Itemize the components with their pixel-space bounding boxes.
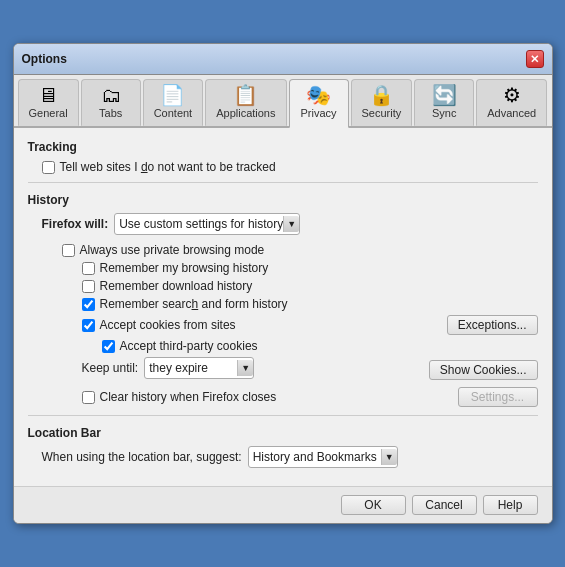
accept-third-party-row: Accept third-party cookies (102, 339, 538, 353)
accept-cookies-row: Accept cookies from sites Exceptions... (82, 315, 538, 335)
clear-history-label: Clear history when Firefox closes (100, 390, 277, 404)
history-dropdown-arrow: ▼ (283, 216, 299, 232)
accept-cookies-checkbox[interactable] (82, 319, 95, 332)
title-bar: Options ✕ (14, 44, 552, 75)
tab-applications-label: Applications (216, 107, 275, 119)
remember-search-checkbox[interactable] (82, 298, 95, 311)
main-content: Tracking Tell web sites I do not want to… (14, 128, 552, 486)
accept-third-party-checkbox[interactable] (102, 340, 115, 353)
tell-sites-row: Tell web sites I do not want to be track… (42, 160, 538, 174)
tab-sync-label: Sync (432, 107, 456, 119)
tab-content[interactable]: 📄 Content (143, 79, 204, 126)
remember-download-row: Remember download history (82, 279, 538, 293)
tracking-section-title: Tracking (28, 140, 538, 154)
remember-download-checkbox[interactable] (82, 280, 95, 293)
remember-browsing-checkbox[interactable] (82, 262, 95, 275)
options-window: Options ✕ 🖥 General 🗂 Tabs 📄 Content 📋 A… (13, 43, 553, 524)
cookies-sub-options: Accept third-party cookies (82, 339, 538, 353)
general-icon: 🖥 (38, 85, 58, 105)
exceptions-button[interactable]: Exceptions... (447, 315, 538, 335)
accept-cookies-label: Accept cookies from sites (100, 318, 236, 332)
location-bar-section-title: Location Bar (28, 426, 538, 440)
location-dropdown[interactable]: History and Bookmarks ▼ (248, 446, 398, 468)
history-dropdown[interactable]: Use custom settings for history ▼ (114, 213, 300, 235)
clear-history-checkbox[interactable] (82, 391, 95, 404)
keep-until-row: Keep until: they expire ▼ Show Cookies..… (82, 357, 538, 383)
tab-security[interactable]: 🔒 Security (351, 79, 413, 126)
cancel-button[interactable]: Cancel (412, 495, 477, 515)
tab-privacy[interactable]: 🎭 Privacy (289, 79, 349, 128)
firefox-will-row: Firefox will: Use custom settings for hi… (42, 213, 538, 235)
tell-sites-label: Tell web sites I do not want to be track… (60, 160, 276, 174)
remember-browsing-row: Remember my browsing history (82, 261, 538, 275)
tab-sync[interactable]: 🔄 Sync (414, 79, 474, 126)
keep-until-dropdown[interactable]: they expire ▼ (144, 357, 254, 379)
tab-tabs[interactable]: 🗂 Tabs (81, 79, 141, 126)
keep-until-left: Keep until: they expire ▼ (82, 357, 255, 379)
clear-history-row: Clear history when Firefox closes Settin… (82, 387, 538, 407)
history-section: Firefox will: Use custom settings for hi… (28, 213, 538, 407)
location-suggest-row: When using the location bar, suggest: Hi… (42, 446, 538, 468)
divider-2 (28, 415, 538, 416)
ok-button[interactable]: OK (341, 495, 406, 515)
tab-advanced-label: Advanced (487, 107, 536, 119)
window-title: Options (22, 52, 67, 66)
tab-general-label: General (29, 107, 68, 119)
keep-until-label: Keep until: (82, 361, 139, 375)
tab-general[interactable]: 🖥 General (18, 79, 79, 126)
firefox-will-label: Firefox will: (42, 217, 109, 231)
location-dropdown-arrow: ▼ (381, 449, 397, 465)
accept-cookies-left: Accept cookies from sites (82, 318, 236, 332)
sync-icon: 🔄 (432, 85, 457, 105)
show-cookies-button[interactable]: Show Cookies... (429, 360, 538, 380)
help-button[interactable]: Help (483, 495, 538, 515)
settings-button[interactable]: Settings... (458, 387, 538, 407)
tell-sites-checkbox[interactable] (42, 161, 55, 174)
when-label: When using the location bar, suggest: (42, 450, 242, 464)
keep-until-arrow: ▼ (237, 360, 253, 376)
tab-bar: 🖥 General 🗂 Tabs 📄 Content 📋 Application… (14, 75, 552, 128)
remember-download-label: Remember download history (100, 279, 253, 293)
tell-sites-underline: d (141, 160, 148, 174)
remember-search-label: Remember search and form history (100, 297, 288, 311)
content-icon: 📄 (160, 85, 185, 105)
history-sub-options: Remember my browsing history Remember do… (62, 261, 538, 407)
tabs-icon: 🗂 (101, 85, 121, 105)
always-private-label: Always use private browsing mode (80, 243, 265, 257)
applications-icon: 📋 (233, 85, 258, 105)
history-dropdown-value: Use custom settings for history (119, 217, 283, 231)
always-private-checkbox[interactable] (62, 244, 75, 257)
history-section-title: History (28, 193, 538, 207)
remember-search-row: Remember search and form history (82, 297, 538, 311)
sub-options: Always use private browsing mode Remembe… (42, 243, 538, 407)
location-bar-section: When using the location bar, suggest: Hi… (28, 446, 538, 468)
always-private-row: Always use private browsing mode (62, 243, 538, 257)
tab-content-label: Content (154, 107, 193, 119)
tab-tabs-label: Tabs (99, 107, 122, 119)
location-dropdown-value: History and Bookmarks (253, 450, 377, 464)
clear-history-left: Clear history when Firefox closes (82, 390, 277, 404)
keep-until-value: they expire (149, 361, 208, 375)
remember-browsing-label: Remember my browsing history (100, 261, 269, 275)
close-button[interactable]: ✕ (526, 50, 544, 68)
tab-privacy-label: Privacy (300, 107, 336, 119)
tab-security-label: Security (362, 107, 402, 119)
privacy-icon: 🎭 (306, 85, 331, 105)
security-icon: 🔒 (369, 85, 394, 105)
tracking-section: Tell web sites I do not want to be track… (28, 160, 538, 174)
accept-third-party-label: Accept third-party cookies (120, 339, 258, 353)
tab-applications[interactable]: 📋 Applications (205, 79, 286, 126)
advanced-icon: ⚙ (503, 85, 521, 105)
button-bar: OK Cancel Help (14, 486, 552, 523)
tab-advanced[interactable]: ⚙ Advanced (476, 79, 547, 126)
divider-1 (28, 182, 538, 183)
